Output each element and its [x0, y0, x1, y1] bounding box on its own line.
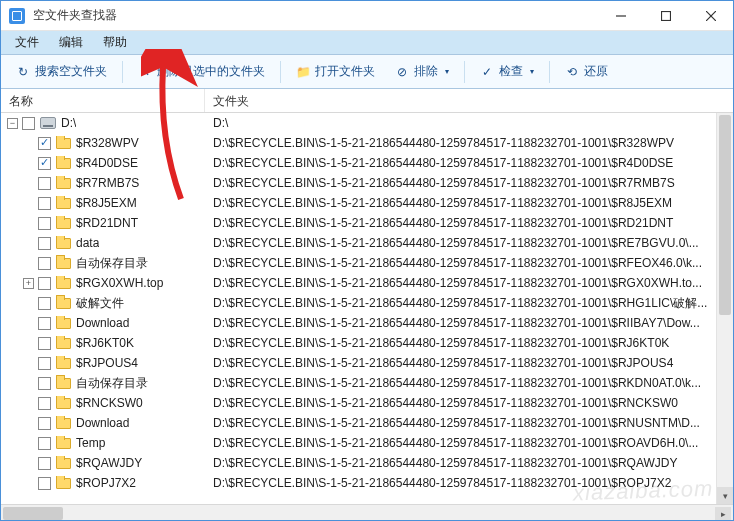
- item-path: D:\$RECYCLE.BIN\S-1-5-21-2186544480-1259…: [205, 176, 733, 190]
- menu-edit[interactable]: 编辑: [51, 32, 91, 53]
- toolbar-separator: [549, 61, 550, 83]
- minimize-button[interactable]: [598, 1, 643, 31]
- table-row[interactable]: dataD:\$RECYCLE.BIN\S-1-5-21-2186544480-…: [1, 233, 733, 253]
- item-path: D:\$RECYCLE.BIN\S-1-5-21-2186544480-1259…: [205, 216, 733, 230]
- root-path: D:\: [205, 116, 733, 130]
- column-folder[interactable]: 文件夹: [205, 89, 733, 112]
- item-path: D:\$RECYCLE.BIN\S-1-5-21-2186544480-1259…: [205, 336, 733, 350]
- item-path: D:\$RECYCLE.BIN\S-1-5-21-2186544480-1259…: [205, 256, 733, 270]
- checkbox[interactable]: [38, 157, 51, 170]
- item-name: $RJPOUS4: [76, 356, 138, 370]
- table-row[interactable]: $R8J5EXMD:\$RECYCLE.BIN\S-1-5-21-2186544…: [1, 193, 733, 213]
- table-row[interactable]: 自动保存目录D:\$RECYCLE.BIN\S-1-5-21-218654448…: [1, 253, 733, 273]
- scroll-down-icon[interactable]: ▾: [717, 487, 733, 504]
- vertical-scrollbar[interactable]: ▾: [716, 113, 733, 504]
- app-icon: [9, 8, 25, 24]
- checkbox[interactable]: [38, 137, 51, 150]
- item-name: $RQAWJDY: [76, 456, 142, 470]
- refresh-icon: ↻: [16, 65, 30, 79]
- toolbar-restore-label: 还原: [584, 63, 608, 80]
- item-name: $RGX0XWH.top: [76, 276, 163, 290]
- svg-rect-1: [661, 11, 670, 20]
- folder-icon: [56, 178, 71, 189]
- item-path: D:\$RECYCLE.BIN\S-1-5-21-2186544480-1259…: [205, 156, 733, 170]
- checkbox[interactable]: [38, 377, 51, 390]
- table-row[interactable]: $RJPOUS4D:\$RECYCLE.BIN\S-1-5-21-2186544…: [1, 353, 733, 373]
- checkbox[interactable]: [38, 177, 51, 190]
- restore-icon: ⟲: [565, 65, 579, 79]
- open-folder-button[interactable]: 📁 打开文件夹: [287, 58, 384, 85]
- checkbox[interactable]: [38, 197, 51, 210]
- item-name: $R328WPV: [76, 136, 139, 150]
- horizontal-scrollbar[interactable]: ▸: [1, 504, 733, 521]
- checkbox[interactable]: [38, 257, 51, 270]
- table-row[interactable]: $RD21DNTD:\$RECYCLE.BIN\S-1-5-21-2186544…: [1, 213, 733, 233]
- check-button[interactable]: ✓ 检查 ▾: [471, 58, 543, 85]
- item-name: Download: [76, 316, 129, 330]
- table-row[interactable]: $RNCKSW0D:\$RECYCLE.BIN\S-1-5-21-2186544…: [1, 393, 733, 413]
- checkbox[interactable]: [38, 237, 51, 250]
- checkbox[interactable]: [38, 477, 51, 490]
- scrollbar-thumb[interactable]: [719, 115, 731, 315]
- table-row[interactable]: $RQAWJDYD:\$RECYCLE.BIN\S-1-5-21-2186544…: [1, 453, 733, 473]
- table-row[interactable]: 自动保存目录D:\$RECYCLE.BIN\S-1-5-21-218654448…: [1, 373, 733, 393]
- toolbar-check-label: 检查: [499, 63, 523, 80]
- folder-icon: [56, 378, 71, 389]
- scroll-right-icon[interactable]: ▸: [715, 507, 731, 520]
- checkbox[interactable]: [38, 277, 51, 290]
- item-path: D:\$RECYCLE.BIN\S-1-5-21-2186544480-1259…: [205, 476, 733, 490]
- tree-root-row[interactable]: −D:\D:\: [1, 113, 733, 133]
- item-name: $RNCKSW0: [76, 396, 143, 410]
- restore-button[interactable]: ⟲ 还原: [556, 58, 617, 85]
- table-row[interactable]: $RJ6KT0KD:\$RECYCLE.BIN\S-1-5-21-2186544…: [1, 333, 733, 353]
- toolbar-exclude-label: 排除: [414, 63, 438, 80]
- maximize-button[interactable]: [643, 1, 688, 31]
- search-empty-folders-button[interactable]: ↻ 搜索空文件夹: [7, 58, 116, 85]
- chevron-down-icon: ▾: [530, 67, 534, 76]
- table-row[interactable]: $ROPJ7X2D:\$RECYCLE.BIN\S-1-5-21-2186544…: [1, 473, 733, 493]
- folder-icon: [56, 198, 71, 209]
- table-row[interactable]: $R328WPVD:\$RECYCLE.BIN\S-1-5-21-2186544…: [1, 133, 733, 153]
- exclude-button[interactable]: ⊘ 排除 ▾: [386, 58, 458, 85]
- collapse-icon[interactable]: −: [7, 118, 18, 129]
- folder-icon: [56, 238, 71, 249]
- toolbar-delete-label: 删除已选中的文件夹: [157, 63, 265, 80]
- scrollbar-thumb[interactable]: [3, 507, 63, 520]
- checkbox[interactable]: [38, 317, 51, 330]
- table-row[interactable]: $R4D0DSED:\$RECYCLE.BIN\S-1-5-21-2186544…: [1, 153, 733, 173]
- checkbox[interactable]: [38, 217, 51, 230]
- checkbox[interactable]: [22, 117, 35, 130]
- table-row[interactable]: DownloadD:\$RECYCLE.BIN\S-1-5-21-2186544…: [1, 413, 733, 433]
- item-path: D:\$RECYCLE.BIN\S-1-5-21-2186544480-1259…: [205, 276, 733, 290]
- checkbox[interactable]: [38, 417, 51, 430]
- folder-icon: [56, 278, 71, 289]
- folder-icon: [56, 138, 71, 149]
- column-name[interactable]: 名称: [1, 89, 205, 112]
- table-row[interactable]: DownloadD:\$RECYCLE.BIN\S-1-5-21-2186544…: [1, 313, 733, 333]
- table-row[interactable]: TempD:\$RECYCLE.BIN\S-1-5-21-2186544480-…: [1, 433, 733, 453]
- checkbox[interactable]: [38, 397, 51, 410]
- checkbox[interactable]: [38, 357, 51, 370]
- table-row[interactable]: $R7RMB7SD:\$RECYCLE.BIN\S-1-5-21-2186544…: [1, 173, 733, 193]
- item-name: 自动保存目录: [76, 255, 148, 272]
- checkbox[interactable]: [38, 457, 51, 470]
- delete-selected-button[interactable]: ✕ 删除已选中的文件夹: [129, 58, 274, 85]
- menu-file[interactable]: 文件: [7, 32, 47, 53]
- folder-icon: [56, 438, 71, 449]
- expand-icon[interactable]: +: [23, 278, 34, 289]
- table-row[interactable]: +$RGX0XWH.topD:\$RECYCLE.BIN\S-1-5-21-21…: [1, 273, 733, 293]
- checkbox[interactable]: [38, 297, 51, 310]
- item-name: $ROPJ7X2: [76, 476, 136, 490]
- toolbar-separator: [122, 61, 123, 83]
- item-name: $R7RMB7S: [76, 176, 139, 190]
- folder-icon: [56, 398, 71, 409]
- delete-icon: ✕: [138, 65, 152, 79]
- close-button[interactable]: [688, 1, 733, 31]
- checkbox[interactable]: [38, 337, 51, 350]
- table-row[interactable]: 破解文件D:\$RECYCLE.BIN\S-1-5-21-2186544480-…: [1, 293, 733, 313]
- item-path: D:\$RECYCLE.BIN\S-1-5-21-2186544480-1259…: [205, 196, 733, 210]
- check-icon: ✓: [480, 65, 494, 79]
- menu-help[interactable]: 帮助: [95, 32, 135, 53]
- folder-icon: [56, 338, 71, 349]
- checkbox[interactable]: [38, 437, 51, 450]
